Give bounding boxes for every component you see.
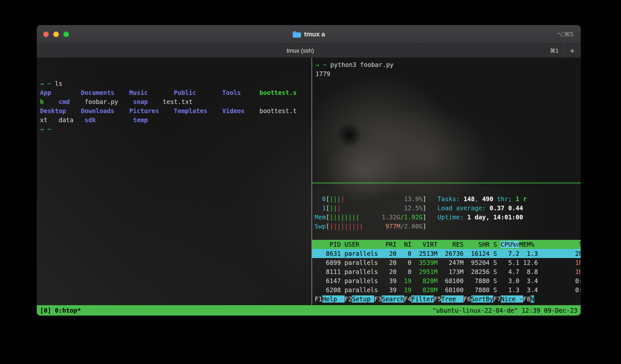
terminal-content: → ~ lsApp Documents Music Public Tools b…: [37, 58, 581, 316]
window-title: tmux a: [37, 25, 581, 44]
tab-tmux-ssh[interactable]: tmux (ssh): [37, 44, 564, 58]
terminal-line: Desktop Downloads Pictures Templates Vid…: [37, 106, 311, 115]
shell-pane-left[interactable]: → ~ lsApp Documents Music Public Tools b…: [37, 58, 311, 305]
fkey-F3[interactable]: F3Search: [374, 295, 404, 303]
process-row[interactable]: 6899 parallels 20 0 3539M 247M 95204 S 5…: [312, 258, 581, 267]
folder-icon: [292, 31, 301, 38]
terminal-window: tmux a ⌥⌘5 tmux (ssh) ⌘1 + → ~ lsApp Doc…: [37, 25, 581, 316]
window-shortcut: ⌥⌘5: [557, 25, 574, 44]
fkey-F4[interactable]: F4Filter: [404, 295, 434, 303]
terminal-line: Swp[||||||||| 977M/2.00G]: [312, 222, 581, 231]
fkey-F8[interactable]: F8N: [523, 295, 534, 303]
htop-pane[interactable]: 0[|||| 13.9%] Tasks: 148, 490 thr; 1 r 1…: [312, 183, 581, 305]
tmux-window-list[interactable]: [0] 0:htop*: [40, 307, 81, 314]
terminal-line: 0[|||| 13.9%] Tasks: 148, 490 thr; 1 r: [312, 194, 581, 203]
window-title-text: tmux a: [304, 31, 325, 38]
terminal-line: F1Help F2Setup F3SearchF4FilterF5Tree F6…: [312, 294, 581, 304]
terminal-line: [37, 70, 311, 79]
fkey-F6[interactable]: F6SortBy: [464, 295, 494, 303]
terminal-line: 1779: [312, 69, 581, 78]
terminal-line: → ~ python3 foobar.py: [312, 60, 581, 69]
terminal-line: → ~: [37, 124, 311, 134]
terminal-line: App Documents Music Public Tools boottes…: [37, 88, 311, 97]
terminal-line: → ~ ls: [37, 79, 311, 88]
htop-function-keys: F1Help F2Setup F3SearchF4FilterF5Tree F6…: [312, 294, 581, 304]
new-tab-button[interactable]: +: [563, 44, 581, 58]
terminal-line: xt data sdk temp: [37, 115, 311, 124]
fkey-F1[interactable]: F1Help: [315, 295, 345, 303]
htop-meters: 0[|||| 13.9%] Tasks: 148, 490 thr; 1 r 1…: [312, 194, 581, 231]
tab-shortcut: ⌘1: [550, 44, 559, 58]
fkey-F7[interactable]: F7Nice -: [493, 295, 523, 303]
terminal-line: Mem[|||||||| 1.32G/1.92G] Uptime: 1 day,…: [312, 213, 581, 222]
fkey-F5[interactable]: F5Tree: [434, 295, 464, 303]
plus-icon: +: [570, 46, 575, 56]
terminal-line: [37, 61, 311, 70]
process-row[interactable]: 8111 parallels 20 0 2951M 173M 28256 S 4…: [312, 267, 581, 276]
htop-table-header[interactable]: PID USER PRI NI VIRT RES SHR S CPU%▽MEM%…: [312, 240, 581, 249]
tmux-status-bar: [0] 0:htop* "ubuntu-linux-22-04-de" 12:3…: [37, 305, 581, 316]
terminal-line: 1[||| 12.5%] Load average: 0.37 0.44: [312, 203, 581, 213]
process-row[interactable]: 8631 parallels 20 0 2513M 26736 16124 S …: [312, 249, 581, 258]
htop-process-table: PID USER PRI NI VIRT RES SHR S CPU%▽MEM%…: [312, 240, 581, 294]
tmux-host-and-time: "ubuntu-linux-22-04-de" 12:39 09-Dec-23: [432, 307, 577, 314]
shell-pane-right-top[interactable]: → ~ python3 foobar.py1779: [312, 58, 581, 185]
terminal-line: h cmd foobar.py snap test.txt: [37, 97, 311, 106]
titlebar[interactable]: tmux a ⌥⌘5: [37, 25, 581, 44]
process-row[interactable]: 6208 parallels 39 19 828M 68100 7880 S 1…: [312, 285, 581, 294]
fkey-F2[interactable]: F2Setup: [345, 295, 375, 303]
screen: { "colors": { "accent_green": "#3fd03f",…: [0, 0, 621, 364]
process-row[interactable]: 6147 parallels 39 19 828M 68100 7880 S 3…: [312, 276, 581, 285]
tab-bar: tmux (ssh) ⌘1 +: [37, 44, 581, 58]
